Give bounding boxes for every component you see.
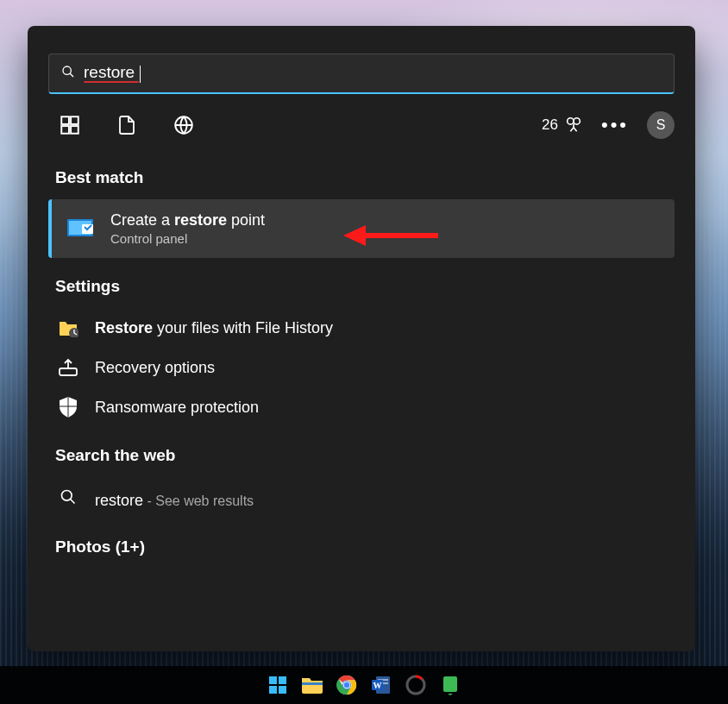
svg-rect-2 <box>61 116 69 124</box>
taskbar-word-icon[interactable]: W <box>369 673 393 697</box>
svg-point-8 <box>574 118 580 124</box>
photos-heading: Photos (1+) <box>55 537 675 556</box>
settings-item-label: Recovery options <box>95 359 215 377</box>
svg-rect-20 <box>269 686 277 694</box>
settings-item-label: Ransomware protection <box>95 399 259 417</box>
svg-rect-21 <box>279 686 286 694</box>
best-match-subtitle: Control panel <box>110 231 265 246</box>
settings-item-label: Restore your files with File History <box>95 319 333 337</box>
settings-item-recovery[interactable]: Recovery options <box>48 348 675 387</box>
taskbar: W <box>0 666 728 704</box>
user-avatar[interactable]: S <box>647 111 675 139</box>
svg-rect-19 <box>279 676 286 684</box>
filter-apps-icon[interactable] <box>57 112 83 138</box>
search-input[interactable]: restore <box>48 53 675 94</box>
web-heading: Search the web <box>55 446 675 465</box>
rewards-icon <box>564 116 583 135</box>
shield-icon <box>57 396 79 418</box>
restore-point-icon <box>67 217 95 240</box>
spellcheck-underline <box>84 81 139 83</box>
svg-point-0 <box>63 66 71 74</box>
taskbar-start-icon[interactable] <box>266 673 290 697</box>
web-search-label: restore - See web results <box>95 492 254 510</box>
svg-rect-18 <box>269 676 277 684</box>
taskbar-chrome-icon[interactable] <box>335 673 359 697</box>
results-area: Best match Create a restore point Contro… <box>28 149 695 651</box>
svg-point-16 <box>62 491 72 501</box>
svg-line-17 <box>71 500 75 504</box>
search-icon <box>61 65 75 82</box>
recovery-icon <box>57 356 79 379</box>
svg-rect-15 <box>60 368 77 375</box>
settings-item-ransomware[interactable]: Ransomware protection <box>48 387 675 427</box>
svg-line-1 <box>70 73 73 77</box>
svg-rect-3 <box>71 116 78 124</box>
taskbar-explorer-icon[interactable] <box>300 673 324 697</box>
more-button[interactable]: ••• <box>602 112 628 138</box>
filter-row: 26 ••• S <box>28 94 695 149</box>
search-icon <box>57 486 79 508</box>
taskbar-app6-icon[interactable] <box>438 673 462 697</box>
svg-rect-4 <box>61 126 69 134</box>
filter-web-icon[interactable] <box>171 112 197 138</box>
web-search-result[interactable]: restore - See web results <box>48 477 675 519</box>
svg-rect-34 <box>443 676 457 692</box>
svg-marker-13 <box>343 225 366 246</box>
rewards-points[interactable]: 26 <box>542 116 583 135</box>
best-match-title: Create a restore point <box>110 211 265 229</box>
svg-point-27 <box>344 682 349 688</box>
svg-point-7 <box>568 118 574 124</box>
svg-rect-22 <box>302 682 323 685</box>
settings-item-file-history[interactable]: Restore your files with File History <box>48 308 675 348</box>
search-row: restore <box>28 26 695 94</box>
folder-history-icon <box>57 317 79 339</box>
best-match-heading: Best match <box>55 168 675 187</box>
start-search-panel: restore <box>28 26 695 651</box>
search-input-value: restore <box>84 63 135 81</box>
filter-documents-icon[interactable] <box>114 112 140 138</box>
annotation-arrow <box>343 222 438 253</box>
best-match-result[interactable]: Create a restore point Control panel <box>48 199 675 258</box>
taskbar-app5-icon[interactable] <box>404 673 428 697</box>
rewards-points-value: 26 <box>542 116 558 134</box>
settings-heading: Settings <box>55 277 675 296</box>
svg-text:W: W <box>373 681 382 690</box>
text-caret <box>140 66 141 83</box>
user-avatar-initial: S <box>656 117 666 133</box>
svg-rect-5 <box>71 126 78 134</box>
